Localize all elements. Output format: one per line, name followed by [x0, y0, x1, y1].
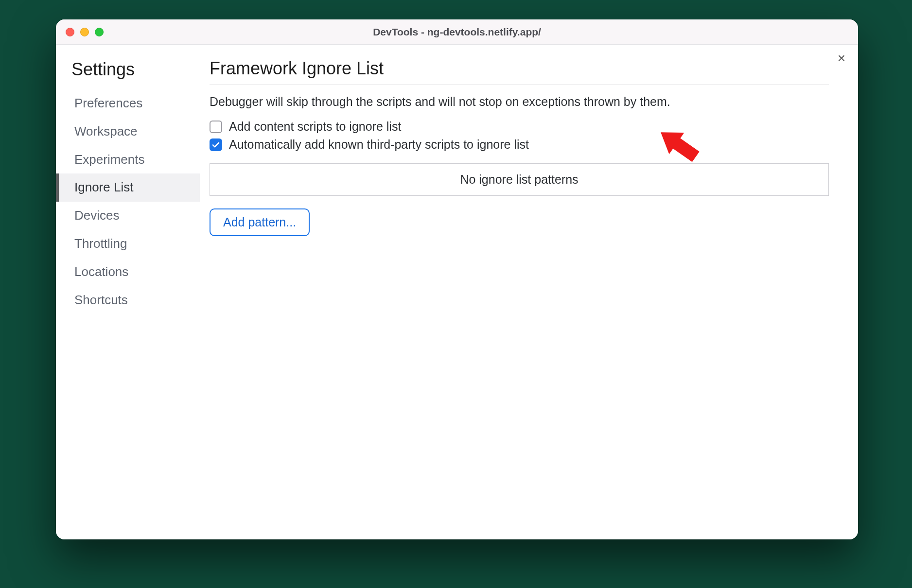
sidebar-item-label: Shortcuts — [74, 293, 128, 307]
close-icon[interactable]: × — [838, 52, 845, 65]
page-subtitle: Debugger will skip through the scripts a… — [210, 95, 829, 109]
traffic-lights — [66, 28, 104, 36]
checkbox-icon[interactable] — [210, 138, 222, 151]
sidebar-item-experiments[interactable]: Experiments — [56, 146, 200, 174]
sidebar-item-workspace[interactable]: Workspace — [56, 118, 200, 146]
sidebar-item-label: Locations — [74, 264, 128, 279]
window-minimize-button[interactable] — [80, 28, 89, 36]
window-title: DevTools - ng-devtools.netlify.app/ — [56, 26, 858, 38]
sidebar-item-label: Workspace — [74, 124, 138, 138]
sidebar-item-throttling[interactable]: Throttling — [56, 230, 200, 258]
sidebar-item-shortcuts[interactable]: Shortcuts — [56, 286, 200, 314]
settings-main: Framework Ignore List Debugger will skip… — [200, 45, 858, 539]
sidebar-item-label: Experiments — [74, 152, 145, 167]
sidebar-item-preferences[interactable]: Preferences — [56, 89, 200, 118]
checkbox-label: Automatically add known third-party scri… — [229, 138, 529, 152]
sidebar-item-label: Devices — [74, 208, 119, 223]
page-title: Framework Ignore List — [210, 58, 829, 85]
check-icon — [211, 140, 220, 149]
checkbox-icon[interactable] — [210, 121, 222, 133]
window-close-button[interactable] — [66, 28, 74, 36]
add-pattern-label: Add pattern... — [223, 215, 296, 229]
sidebar-item-devices[interactable]: Devices — [56, 202, 200, 230]
devtools-settings-window: DevTools - ng-devtools.netlify.app/ × Se… — [56, 19, 858, 539]
sidebar-item-label: Ignore List — [74, 180, 133, 194]
sidebar-item-label: Throttling — [74, 236, 127, 251]
window-maximize-button[interactable] — [95, 28, 104, 36]
checkbox-row-content-scripts[interactable]: Add content scripts to ignore list — [210, 120, 829, 134]
add-pattern-button[interactable]: Add pattern... — [210, 208, 310, 236]
checkbox-row-auto-third-party[interactable]: Automatically add known third-party scri… — [210, 138, 829, 152]
sidebar-item-label: Preferences — [74, 96, 142, 110]
checkbox-label: Add content scripts to ignore list — [229, 120, 401, 134]
settings-sidebar: Settings Preferences Workspace Experimen… — [56, 45, 200, 539]
sidebar-item-ignore-list[interactable]: Ignore List — [56, 173, 200, 202]
sidebar-title: Settings — [56, 56, 200, 89]
ignore-list-empty-box: No ignore list patterns — [210, 163, 829, 196]
sidebar-item-locations[interactable]: Locations — [56, 258, 200, 286]
empty-patterns-text: No ignore list patterns — [460, 173, 578, 186]
titlebar: DevTools - ng-devtools.netlify.app/ — [56, 19, 858, 45]
